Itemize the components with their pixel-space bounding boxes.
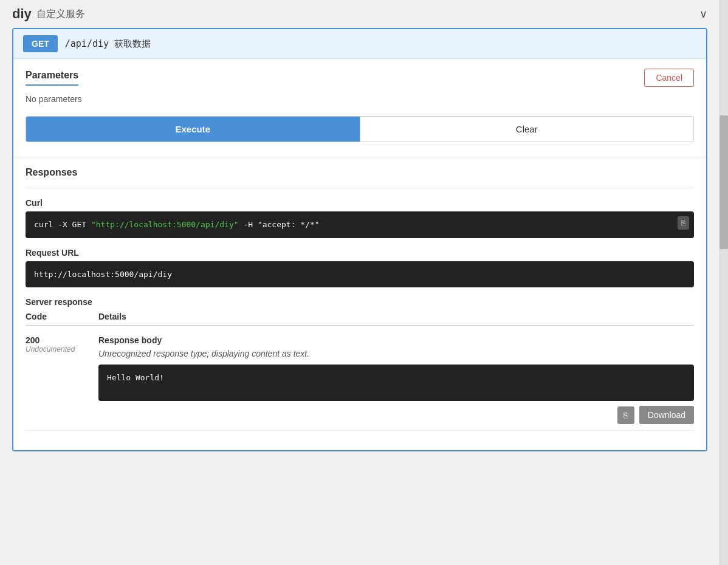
parameters-title: Parameters bbox=[26, 70, 78, 86]
action-buttons: Execute Clear bbox=[26, 116, 694, 142]
curl-subsection: Curl curl -X GET "http://localhost:5000/… bbox=[26, 198, 694, 238]
api-description: 获取数据 bbox=[114, 38, 151, 49]
request-url-subsection: Request URL http://localhost:5000/api/di… bbox=[26, 248, 694, 288]
get-bar: GET /api/diy 获取数据 bbox=[13, 29, 706, 59]
response-body-label: Response body bbox=[98, 335, 694, 345]
chevron-down-icon[interactable]: ∨ bbox=[699, 7, 707, 21]
copy-response-button[interactable]: ⎘ bbox=[617, 406, 634, 424]
copy-response-icon: ⎘ bbox=[623, 411, 628, 420]
response-body-block: Hello World! bbox=[98, 365, 694, 401]
api-section: GET /api/diy 获取数据 Parameters Cancel No p… bbox=[12, 28, 707, 451]
curl-url: "http://localhost:5000/api/diy" bbox=[91, 220, 239, 229]
response-actions: ⎘ Download bbox=[98, 406, 694, 424]
api-path: /api/diy 获取数据 bbox=[65, 38, 151, 50]
scrollbar[interactable] bbox=[719, 0, 728, 565]
main-content: diy 自定义服务 ∨ GET /api/diy 获取数据 Parameters… bbox=[0, 0, 719, 565]
server-response-subsection: Server response Code Details 200 Undocum… bbox=[26, 297, 694, 431]
responses-section: Responses Curl curl -X GET "http://local… bbox=[13, 157, 706, 450]
divider bbox=[26, 188, 694, 188]
curl-label: Curl bbox=[26, 198, 694, 208]
cancel-button[interactable]: Cancel bbox=[644, 69, 694, 87]
code-col-header: Code bbox=[26, 312, 98, 321]
scrollbar-thumb[interactable] bbox=[719, 115, 728, 249]
response-body-content: Hello World! bbox=[107, 373, 164, 382]
parameters-section: Parameters Cancel No parameters Execute … bbox=[13, 59, 706, 157]
execute-button[interactable]: Execute bbox=[26, 117, 360, 142]
copy-icon: ⎘ bbox=[681, 219, 685, 227]
response-undoc: Undocumented bbox=[26, 345, 98, 354]
no-params-text: No parameters bbox=[26, 94, 694, 104]
server-response-title: Server response bbox=[26, 297, 694, 307]
details-col-header: Details bbox=[98, 312, 694, 321]
copy-curl-button[interactable]: ⎘ bbox=[678, 216, 689, 230]
response-code-cell: 200 Undocumented bbox=[26, 335, 98, 354]
params-header: Parameters Cancel bbox=[26, 69, 694, 87]
page-container: diy 自定义服务 ∨ GET /api/diy 获取数据 Parameters… bbox=[0, 0, 728, 565]
curl-code-block: curl -X GET "http://localhost:5000/api/d… bbox=[26, 211, 694, 238]
curl-suffix: -H "accept: */*" bbox=[239, 220, 320, 229]
api-header: diy 自定义服务 ∨ bbox=[0, 0, 719, 28]
response-details: Response body Unrecognized response type… bbox=[98, 335, 694, 424]
get-badge[interactable]: GET bbox=[23, 35, 58, 52]
request-url-block: http://localhost:5000/api/diy bbox=[26, 261, 694, 288]
response-row: 200 Undocumented Response body Unrecogni… bbox=[26, 329, 694, 431]
curl-prefix: curl -X GET bbox=[34, 220, 91, 229]
api-header-left: diy 自定义服务 bbox=[12, 6, 85, 22]
responses-title: Responses bbox=[26, 167, 694, 178]
api-subtitle: 自定义服务 bbox=[36, 8, 85, 21]
response-code-number: 200 bbox=[26, 335, 98, 345]
unrecognized-text: Unrecognized response type; displaying c… bbox=[98, 349, 694, 358]
response-table-header: Code Details bbox=[26, 312, 694, 326]
request-url-text: http://localhost:5000/api/diy bbox=[34, 270, 172, 279]
download-button[interactable]: Download bbox=[639, 406, 694, 424]
request-url-label: Request URL bbox=[26, 248, 694, 258]
clear-button[interactable]: Clear bbox=[360, 117, 694, 142]
api-title: diy bbox=[12, 6, 32, 22]
api-path-text: /api/diy bbox=[65, 38, 109, 49]
